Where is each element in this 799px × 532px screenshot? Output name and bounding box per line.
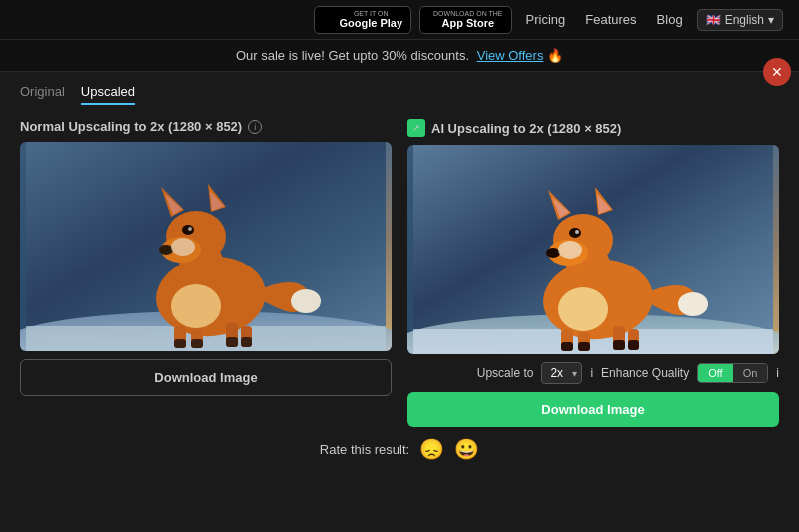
happy-rating-button[interactable]: 😀	[454, 437, 479, 461]
svg-point-35	[575, 230, 579, 234]
svg-point-33	[546, 248, 560, 258]
tabs-container: Original Upscaled	[20, 84, 779, 105]
google-play-button[interactable]: ▶ GET IT ON Google Play	[314, 6, 411, 34]
tab-upscaled[interactable]: Upscaled	[81, 84, 135, 105]
app-store-text: Download on the App Store	[433, 10, 503, 30]
svg-rect-46	[561, 342, 573, 351]
svg-point-8	[159, 245, 173, 255]
normal-info-icon[interactable]: i	[248, 120, 262, 134]
blog-link[interactable]: Blog	[651, 12, 689, 27]
sale-banner: Our sale is live! Get upto 30% discounts…	[0, 40, 799, 72]
upscale-select-wrapper: 2x 4x	[541, 362, 582, 384]
svg-rect-22	[191, 339, 203, 348]
ai-image	[407, 145, 779, 354]
chevron-down-icon: ▾	[768, 13, 774, 27]
main-content: Original Upscaled Normal Upscaling to 2x…	[0, 72, 799, 471]
google-play-icon: ▶	[323, 12, 334, 28]
normal-panel-title: Normal Upscaling to 2x (1280 × 852) i	[20, 119, 392, 134]
normal-image	[20, 142, 392, 351]
svg-point-29	[558, 287, 608, 331]
upscale-to-label: Upscale to	[477, 366, 534, 380]
normal-upscaling-panel: Normal Upscaling to 2x (1280 × 852) i	[20, 119, 392, 427]
svg-point-10	[188, 227, 192, 231]
ai-download-button[interactable]: Download Image	[407, 392, 779, 427]
panels-container: Normal Upscaling to 2x (1280 × 852) i	[20, 119, 779, 427]
app-store-button[interactable]: Download on the App Store	[419, 6, 512, 34]
banner-text: Our sale is live! Get upto 30% discounts…	[236, 48, 469, 63]
svg-point-4	[171, 284, 221, 328]
ai-upscale-icon: ↗	[407, 119, 425, 137]
features-link[interactable]: Features	[579, 12, 642, 27]
normal-download-button[interactable]: Download Image	[20, 359, 392, 396]
sad-rating-button[interactable]: 😞	[419, 437, 444, 461]
fire-emoji: 🔥	[547, 48, 563, 63]
app-store-name: App Store	[433, 17, 503, 29]
upscale-controls: Upscale to 2x 4x i Enhance Quality Off O…	[407, 362, 779, 384]
upscale-info-icon[interactable]: i	[590, 366, 593, 380]
rating-label: Rate this result:	[320, 442, 409, 457]
flag-icon: 🇬🇧	[706, 13, 721, 27]
upscale-select[interactable]: 2x 4x	[541, 362, 582, 384]
toggle-off-button[interactable]: Off	[698, 364, 732, 382]
ai-fox-svg	[407, 145, 779, 354]
svg-rect-49	[628, 340, 639, 350]
enhance-info-icon[interactable]: i	[776, 366, 779, 380]
tab-original[interactable]: Original	[20, 84, 65, 105]
svg-point-40	[558, 241, 582, 259]
svg-point-9	[182, 225, 194, 235]
toggle-on-button[interactable]: On	[733, 364, 768, 382]
svg-rect-47	[578, 342, 590, 351]
enhance-toggle: Off On	[697, 363, 768, 383]
svg-rect-24	[241, 337, 252, 347]
svg-rect-48	[613, 340, 625, 350]
close-button[interactable]: ✕	[763, 58, 791, 86]
language-selector[interactable]: 🇬🇧 English ▾	[697, 9, 783, 31]
google-play-label: GET IT ON	[339, 10, 402, 18]
ai-panel-title: ↗ AI Upscaling to 2x (1280 × 852)	[407, 119, 779, 137]
svg-point-34	[569, 228, 581, 238]
language-label: English	[725, 13, 764, 27]
top-navigation: ▶ GET IT ON Google Play Download on the …	[0, 0, 799, 40]
google-play-store-name: Google Play	[339, 17, 402, 29]
normal-title-text: Normal Upscaling to 2x (1280 × 852)	[20, 119, 242, 134]
app-store-label: Download on the	[433, 10, 503, 18]
svg-point-45	[678, 292, 708, 316]
ai-upscaling-panel: ↗ AI Upscaling to 2x (1280 × 852)	[407, 119, 779, 427]
google-play-text: GET IT ON Google Play	[339, 10, 402, 30]
ai-title-text: AI Upscaling to 2x (1280 × 852)	[431, 121, 621, 136]
pricing-link[interactable]: Pricing	[520, 12, 572, 27]
view-offers-link[interactable]: View Offers	[477, 48, 544, 63]
svg-point-15	[171, 238, 195, 256]
enhance-quality-label: Enhance Quality	[601, 366, 689, 380]
rating-row: Rate this result: 😞 😀	[20, 437, 779, 461]
svg-rect-21	[174, 339, 186, 348]
svg-point-20	[291, 289, 321, 313]
normal-fox-svg	[20, 142, 392, 351]
svg-rect-23	[226, 337, 238, 347]
